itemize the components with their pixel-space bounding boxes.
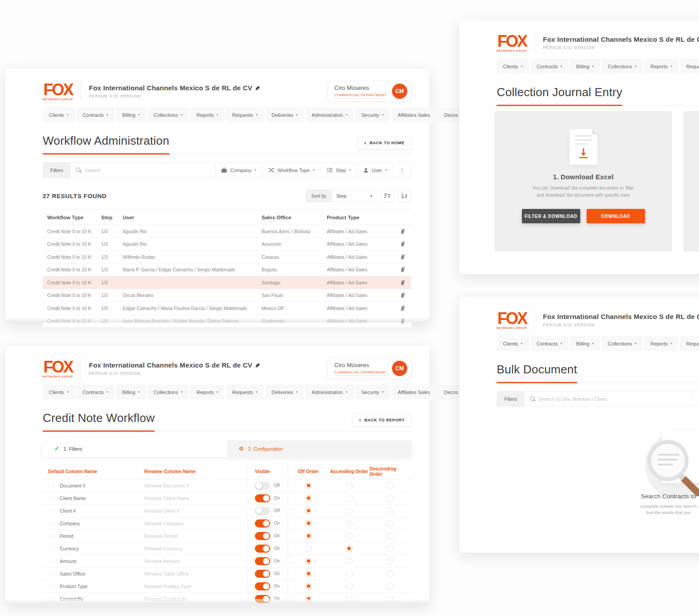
workflow-type-dropdown[interactable]: Workflow Type▾ <box>262 163 321 177</box>
edit-pencil-icon[interactable]: ✎ <box>254 363 261 368</box>
back-to-home-button[interactable]: ‹BACK TO HOME <box>358 137 411 149</box>
descending-order-radio-product-type[interactable] <box>387 583 394 590</box>
paperclip-icon[interactable] <box>400 266 405 273</box>
drag-handle-icon[interactable]: ⋮⋮ <box>46 534 55 538</box>
rename-input-sales-office[interactable] <box>144 571 237 576</box>
visible-toggle-product-type[interactable] <box>255 582 270 590</box>
nav-tab-collections[interactable]: Collections▾ <box>147 107 189 122</box>
off-order-radio-sales-office[interactable] <box>305 570 312 577</box>
rename-input-document-[interactable] <box>144 483 237 488</box>
paperclip-icon[interactable] <box>400 305 405 311</box>
visible-toggle-sales-office[interactable] <box>255 570 270 578</box>
back-to-report-button[interactable]: ‹BACK TO REPORT <box>352 414 411 426</box>
ascending-order-radio-sales-office[interactable] <box>346 570 353 577</box>
descending-order-radio-client-[interactable] <box>387 507 394 514</box>
sort-descending-button[interactable] <box>398 190 411 202</box>
ascending-order-radio-document-[interactable] <box>346 482 353 489</box>
nav-tab-clients[interactable]: Clients▾ <box>497 336 529 351</box>
off-order-radio-company[interactable] <box>305 520 312 527</box>
filters-button[interactable]: Filters <box>43 163 71 177</box>
drag-handle-icon[interactable]: ⋮⋮ <box>46 559 55 563</box>
more-options-kebab-icon[interactable]: ⋮ <box>393 163 411 177</box>
filters-button[interactable]: Filters <box>497 391 525 406</box>
paperclip-icon[interactable] <box>400 292 405 298</box>
drag-handle-icon[interactable]: ⋮⋮ <box>46 572 55 576</box>
ascending-order-radio-period[interactable] <box>346 532 353 540</box>
descending-order-radio-company[interactable] <box>387 520 394 527</box>
step-filters-tab[interactable]: ✓1. Filters <box>43 440 227 457</box>
nav-tab-billing[interactable]: Billing▾ <box>116 385 146 399</box>
nav-tab-deliveries[interactable]: Deliveries▾ <box>265 385 304 399</box>
nav-tab-clients[interactable]: Clients▾ <box>43 385 75 399</box>
download-button[interactable]: DOWNLOAD <box>587 209 645 223</box>
nav-tab-security[interactable]: Security▾ <box>355 107 390 122</box>
nav-tab-billing[interactable]: Billing▾ <box>570 336 600 351</box>
nav-tab-deliveries[interactable]: Deliveries▾ <box>265 107 304 122</box>
paperclip-icon[interactable] <box>400 254 405 260</box>
nav-tab-billing[interactable]: Billing▾ <box>570 59 600 74</box>
table-row[interactable]: Credit Note 0 to 10 K1/3SantiagoAffiliat… <box>43 276 411 289</box>
rename-input-company[interactable] <box>144 521 237 526</box>
visible-toggle-period[interactable] <box>255 532 270 540</box>
table-row[interactable]: Credit Note 0 to 10 K1/3Agustin RioAsunc… <box>43 238 411 251</box>
filter-and-download-button[interactable]: FILTER & DOWNLOAD <box>522 209 580 223</box>
owner-dropdown[interactable]: Owner <box>692 391 699 406</box>
search-input[interactable] <box>85 168 210 173</box>
nav-tab-requests[interactable]: Requests▾ <box>226 107 264 122</box>
ascending-order-radio-client-name[interactable] <box>346 495 353 502</box>
nav-tab-contracts[interactable]: Contracts▾ <box>530 336 569 351</box>
edit-pencil-icon[interactable]: ✎ <box>254 86 261 91</box>
ascending-order-radio-currency[interactable] <box>346 545 353 552</box>
step-dropdown[interactable]: Step▾ <box>321 163 357 177</box>
ascending-order-radio-amount[interactable] <box>346 558 353 565</box>
nav-tab-reports[interactable]: Reports▾ <box>190 107 225 122</box>
drag-handle-icon[interactable]: ⋮⋮ <box>46 483 55 488</box>
table-row[interactable]: Credit Note 0 to 10 K1/3Agustin RioBueno… <box>43 225 411 238</box>
avatar[interactable]: CM <box>392 361 407 376</box>
nav-tab-reports[interactable]: Reports▾ <box>644 336 679 351</box>
drag-handle-icon[interactable]: ⋮⋮ <box>46 496 55 501</box>
descending-order-radio-client-name[interactable] <box>387 495 394 502</box>
table-row[interactable]: Credit Note 0 to 10 K1/3Wilfredo RudasCa… <box>43 251 411 264</box>
table-row[interactable]: Credit Note 0 to 10 K1/3Maria P. Garcia … <box>43 264 411 277</box>
descending-order-radio-amount[interactable] <box>387 558 394 565</box>
nav-tab-contracts[interactable]: Contracts▾ <box>76 385 115 399</box>
off-order-radio-amount[interactable] <box>305 558 312 565</box>
visible-toggle-client-name[interactable] <box>255 494 270 502</box>
visible-toggle-currency[interactable] <box>255 545 270 553</box>
nav-tab-contracts[interactable]: Contracts▾ <box>530 59 569 74</box>
nav-tab-affiliates-sales[interactable]: Affiliates Sales <box>392 385 436 399</box>
paperclip-icon[interactable] <box>400 228 405 235</box>
rename-input-amount[interactable] <box>144 558 237 564</box>
search-input[interactable] <box>539 396 686 402</box>
nav-tab-administration[interactable]: Administration▾ <box>305 107 354 122</box>
table-row[interactable]: Credit Note 0 to 10 K1/3Edgar Camacho / … <box>43 302 411 315</box>
descending-order-radio-period[interactable] <box>387 532 394 540</box>
user-chip[interactable]: Ciro Múseres COMMERCIAL DEPARTMENT CM <box>328 81 411 102</box>
paperclip-icon[interactable] <box>400 279 405 286</box>
nav-tab-collections[interactable]: Collections▾ <box>147 385 189 399</box>
nav-tab-administration[interactable]: Administration▾ <box>305 385 354 399</box>
descending-order-radio-sales-office[interactable] <box>387 570 394 577</box>
visible-toggle-client-[interactable] <box>255 507 270 515</box>
rename-input-period[interactable] <box>144 533 237 539</box>
nav-tab-security[interactable]: Security▾ <box>355 385 390 399</box>
user-dropdown[interactable]: User▾ <box>357 163 393 177</box>
nav-tab-affiliates-sales[interactable]: Affiliates Sales <box>392 107 436 122</box>
off-order-radio-currency[interactable] <box>305 545 312 552</box>
step-configuration-tab[interactable]: ⚙2. Configuration <box>227 440 411 457</box>
nav-tab-requests[interactable]: Requests▾ <box>226 385 264 399</box>
drag-handle-icon[interactable]: ⋮⋮ <box>46 584 55 589</box>
search-field[interactable] <box>525 391 692 406</box>
sort-ascending-button[interactable] <box>381 190 394 202</box>
ascending-order-radio-company[interactable] <box>346 520 353 527</box>
visible-toggle-document-[interactable] <box>255 482 270 490</box>
nav-tab-requests[interactable]: Requests▾ <box>680 59 699 74</box>
rename-input-client-name[interactable] <box>144 496 237 501</box>
table-row[interactable]: Credit Note 0 to 10 K1/3Oscar MoralesSao… <box>43 289 411 302</box>
nav-tab-reports[interactable]: Reports▾ <box>644 59 679 74</box>
nav-tab-billing[interactable]: Billing▾ <box>116 107 146 122</box>
nav-tab-collections[interactable]: Collections▾ <box>601 336 643 351</box>
avatar[interactable]: CM <box>392 84 407 99</box>
off-order-radio-client-name[interactable] <box>305 495 312 502</box>
